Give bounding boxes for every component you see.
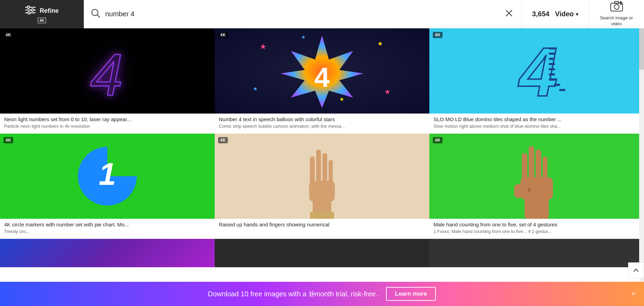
card-title: Neon light numbers set from 0 to 10, las… [4, 116, 211, 122]
svg-rect-46 [514, 184, 522, 198]
svg-rect-42 [329, 160, 333, 184]
card-subtitle: Trendy circ... [4, 229, 211, 234]
badge-4k: 4K [433, 32, 442, 38]
card-subtitle: 1 Fxxxx: Male hand counting from one to … [433, 229, 640, 234]
refine-button[interactable]: Refine 4K [0, 0, 84, 28]
svg-text:1: 1 [99, 157, 116, 191]
header: Refine 4K 3,654 Video ▾ [0, 0, 644, 28]
learn-more-button[interactable]: Learn more [386, 287, 436, 301]
content-area: 4 4 4K Neon light numbers set from 0 to … [0, 28, 644, 267]
refine-label: Refine [39, 7, 59, 15]
svg-rect-40 [316, 150, 321, 184]
svg-text:4: 4 [91, 43, 124, 106]
svg-point-1 [27, 6, 30, 8]
promo-plus-icon: + [309, 287, 316, 301]
badge-4k: 4K [433, 137, 442, 143]
table-row[interactable]: 1 4K 4K circle markers with number set w… [0, 134, 215, 239]
hand-svg [299, 139, 345, 219]
filter-label: Video [555, 10, 574, 18]
table-row[interactable]: ★ ★ ★ ★ ★ ★ [215, 28, 429, 134]
svg-line-7 [97, 15, 100, 17]
promo-banner: + Download 10 free images with a 1-month… [0, 282, 644, 306]
list-item[interactable] [215, 239, 429, 267]
scroll-up-button[interactable] [628, 262, 644, 278]
promo-text: Download 10 free images with a 1-month t… [208, 290, 378, 298]
svg-rect-47 [522, 153, 527, 181]
hand-right-svg: || [511, 139, 563, 219]
svg-rect-30 [549, 68, 555, 70]
svg-point-11 [614, 4, 619, 9]
results-area: 3,654 Video ▾ [522, 10, 589, 18]
table-row[interactable]: 4 4K SLO MO LD Blue domino tiles shaped … [429, 28, 644, 134]
search-icon [91, 8, 100, 20]
badge-4k: 4K [3, 32, 13, 38]
scrollbar-thumb[interactable] [639, 28, 644, 70]
svg-rect-43 [310, 212, 334, 219]
svg-rect-39 [310, 156, 315, 184]
list-item[interactable] [429, 239, 644, 267]
svg-rect-49 [536, 150, 541, 181]
card-title: Number 4 text in speech balloon with col… [219, 116, 425, 122]
search-image-label: Search image or video [596, 15, 637, 27]
bottom-partial-row [0, 239, 644, 267]
chevron-down-icon: ▾ [576, 11, 578, 17]
svg-text:||: || [528, 187, 530, 192]
promo-close-button[interactable]: × [631, 289, 636, 298]
svg-text:★: ★ [260, 42, 267, 51]
svg-rect-28 [549, 58, 555, 60]
card-title: SLO MO LD Blue domino tiles shaped as th… [433, 116, 640, 122]
svg-rect-41 [322, 153, 327, 184]
search-input[interactable] [105, 10, 503, 18]
svg-rect-32 [549, 79, 555, 81]
svg-text:4: 4 [314, 62, 330, 93]
badge-4k: 4K [218, 32, 228, 38]
badge-4k: 4K [3, 137, 13, 143]
card-subtitle: Particle neon light numbers in 4k resolu… [4, 124, 211, 129]
list-item[interactable] [0, 239, 215, 267]
svg-rect-34 [559, 89, 565, 91]
svg-rect-50 [543, 156, 547, 181]
svg-point-3 [32, 9, 34, 11]
table-row[interactable]: || 4K Male hand counting from one to fiv… [429, 134, 644, 239]
svg-rect-31 [549, 73, 555, 75]
svg-rect-33 [554, 84, 560, 86]
card-subtitle: Slow motion right above medium shot of b… [433, 124, 640, 129]
refine-4k-badge: 4K [38, 18, 46, 23]
card-title: Male hand counting from one to five, set… [433, 222, 640, 227]
svg-rect-29 [549, 63, 555, 65]
svg-point-5 [28, 11, 30, 14]
search-area [84, 0, 522, 28]
sliders-icon [25, 5, 36, 17]
svg-rect-48 [529, 146, 534, 181]
svg-text:★: ★ [384, 88, 391, 96]
svg-text:4: 4 [518, 33, 556, 110]
svg-rect-26 [549, 47, 555, 50]
badge-4k: 4K [218, 137, 228, 143]
svg-text:★: ★ [301, 34, 306, 40]
video-filter-dropdown[interactable]: Video ▾ [555, 10, 578, 18]
search-image-button[interactable]: Search image or video [589, 0, 644, 28]
svg-text:★: ★ [339, 96, 344, 102]
svg-rect-27 [549, 53, 555, 55]
svg-text:★: ★ [377, 40, 383, 47]
card-title: 4K circle markers with number set with p… [4, 222, 211, 227]
camera-icon [610, 1, 623, 14]
results-grid: 4 4 4K Neon light numbers set from 0 to … [0, 28, 644, 239]
card-title: Raised up hands and fingers showing nume… [219, 222, 425, 227]
table-row[interactable]: 4 4 4K Neon light numbers set from 0 to … [0, 28, 215, 134]
svg-rect-12 [615, 1, 619, 3]
table-row[interactable]: 4K Raised up hands and fingers showing n… [215, 134, 429, 239]
clear-button[interactable] [503, 8, 515, 21]
svg-text:★: ★ [253, 86, 258, 92]
results-count: 3,654 [532, 10, 549, 18]
card-subtitle: Comic strip speech bubble cartoon animat… [219, 124, 425, 129]
